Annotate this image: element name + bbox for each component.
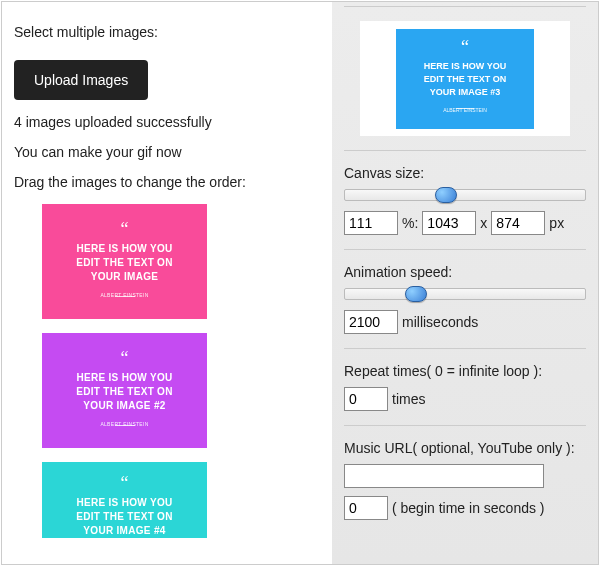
percent-label: %: — [402, 215, 418, 231]
thumb-author: ALBERT EINSTEIN — [100, 292, 148, 298]
canvas-percent-input[interactable] — [344, 211, 398, 235]
canvas-size-slider[interactable] — [344, 189, 586, 201]
thumb-text: HERE IS HOW YOU EDIT THE TEXT ON YOUR IM… — [76, 496, 172, 538]
thumb-text: HERE IS HOW YOU EDIT THE TEXT ON YOUR IM… — [76, 371, 172, 413]
preview-author: ALBERT EINSTEIN — [443, 107, 487, 113]
right-panel: “ HERE IS HOW YOU EDIT THE TEXT ON YOUR … — [332, 2, 598, 564]
music-begin-time-input[interactable] — [344, 496, 388, 520]
image-thumb[interactable]: “ HERE IS HOW YOU EDIT THE TEXT ON YOUR … — [42, 204, 207, 319]
times-label: times — [392, 391, 425, 407]
divider — [344, 6, 586, 7]
image-thumb[interactable]: “ HERE IS HOW YOU EDIT THE TEXT ON YOUR … — [42, 462, 207, 538]
left-panel: Select multiple images: Upload Images 4 … — [2, 2, 332, 564]
animation-speed-input[interactable] — [344, 310, 398, 334]
divider — [344, 425, 586, 426]
quote-icon: “ — [121, 355, 129, 361]
canvas-width-input[interactable] — [422, 211, 476, 235]
upload-success-msg: 4 images uploaded successfully — [14, 114, 320, 130]
select-images-label: Select multiple images: — [14, 24, 320, 40]
canvas-height-input[interactable] — [491, 211, 545, 235]
gif-ready-msg: You can make your gif now — [14, 144, 320, 160]
divider — [344, 348, 586, 349]
canvas-size-label: Canvas size: — [344, 165, 586, 181]
slider-knob[interactable] — [435, 187, 457, 203]
thumb-author: ALBERT EINSTEIN — [100, 421, 148, 427]
begin-time-label: ( begin time in seconds ) — [392, 500, 545, 516]
px-label: px — [549, 215, 564, 231]
repeat-times-label: Repeat times( 0 = infinite loop ): — [344, 363, 586, 379]
animation-speed-label: Animation speed: — [344, 264, 586, 280]
preview-text: HERE IS HOW YOU EDIT THE TEXT ON YOUR IM… — [424, 60, 507, 99]
preview-image: “ HERE IS HOW YOU EDIT THE TEXT ON YOUR … — [396, 29, 534, 129]
quote-icon: “ — [121, 480, 129, 486]
divider — [344, 150, 586, 151]
drag-instructions: Drag the images to change the order: — [14, 174, 320, 190]
image-thumb[interactable]: “ HERE IS HOW YOU EDIT THE TEXT ON YOUR … — [42, 333, 207, 448]
music-url-input[interactable] — [344, 464, 544, 488]
preview-frame: “ HERE IS HOW YOU EDIT THE TEXT ON YOUR … — [360, 21, 570, 136]
animation-speed-slider[interactable] — [344, 288, 586, 300]
milliseconds-label: milliseconds — [402, 314, 478, 330]
quote-icon: “ — [121, 226, 129, 232]
divider — [344, 249, 586, 250]
upload-images-button[interactable]: Upload Images — [14, 60, 148, 100]
thumb-text: HERE IS HOW YOU EDIT THE TEXT ON YOUR IM… — [76, 242, 172, 284]
quote-icon: “ — [461, 44, 469, 50]
x-label: x — [480, 215, 487, 231]
slider-knob[interactable] — [405, 286, 427, 302]
music-url-label: Music URL( optional, YouTube only ): — [344, 440, 586, 456]
preview-area: “ HERE IS HOW YOU EDIT THE TEXT ON YOUR … — [344, 21, 586, 136]
repeat-times-input[interactable] — [344, 387, 388, 411]
